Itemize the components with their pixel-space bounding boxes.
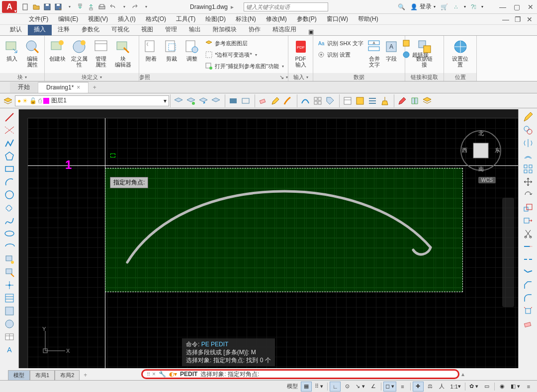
- status-model-button[interactable]: 模型: [285, 382, 300, 392]
- new-icon[interactable]: [21, 2, 30, 11]
- title-chevron-icon[interactable]: ▸: [231, 3, 234, 10]
- panel-title-import[interactable]: 输入: [288, 73, 313, 81]
- status-osnap-icon[interactable]: ◻ ▾: [383, 382, 396, 392]
- tab-default[interactable]: 默认: [4, 24, 28, 35]
- spline-tool-icon[interactable]: [2, 215, 17, 227]
- tab-addins[interactable]: 附加模块: [207, 24, 243, 35]
- pencil-icon[interactable]: [269, 95, 281, 107]
- help-icon[interactable]: ?⃝: [471, 3, 476, 10]
- status-hardware-icon[interactable]: ◉: [497, 382, 508, 392]
- status-polar-icon[interactable]: ⊙: [342, 382, 353, 392]
- status-ortho-icon[interactable]: ∟: [330, 382, 341, 392]
- circle-tool-icon[interactable]: [2, 189, 17, 201]
- insert-block-tool-icon[interactable]: [2, 253, 17, 265]
- search-icon[interactable]: 🔍: [398, 3, 405, 10]
- menu-dimension[interactable]: 标注(N): [231, 14, 261, 24]
- pencil-edit-icon[interactable]: [521, 111, 536, 123]
- tab-collab[interactable]: 协作: [243, 24, 267, 35]
- set-location-button[interactable]: 设置位置: [450, 37, 471, 68]
- layer-match-icon[interactable]: [210, 95, 222, 107]
- broom-icon[interactable]: [379, 95, 391, 107]
- menu-window[interactable]: 窗口(W): [322, 14, 353, 24]
- gradient-tool-icon[interactable]: [2, 305, 17, 317]
- block-editor-button[interactable]: 块 编辑器: [112, 37, 133, 68]
- close-tab-icon[interactable]: ×: [77, 84, 80, 91]
- layer-states-icon[interactable]: [173, 95, 184, 107]
- explode-tool-icon[interactable]: [521, 305, 536, 317]
- chamfer-tool-icon[interactable]: [521, 279, 536, 291]
- frames-option-button[interactable]: *边框可变选项*: [203, 49, 286, 60]
- underlay-layers-button[interactable]: 参考底图图层: [203, 38, 286, 49]
- make-block-tool-icon[interactable]: [2, 266, 17, 278]
- tab-insert[interactable]: 插入: [28, 24, 52, 35]
- tab-manage[interactable]: 管理: [159, 24, 183, 35]
- break-tool-icon[interactable]: [521, 253, 536, 265]
- snap-underlay-button[interactable]: 打开"捕捉到参考底图"功能: [203, 61, 286, 72]
- rotate-tool-icon[interactable]: [521, 189, 536, 201]
- layer-dropdown[interactable]: ● ☀ 🔓 ⎙ 图层1 ▾: [15, 95, 169, 106]
- menu-insert[interactable]: 插入(I): [113, 14, 140, 24]
- close-button[interactable]: ✕: [526, 2, 535, 11]
- stack-icon[interactable]: [421, 95, 433, 107]
- menu-edit[interactable]: 编辑(E): [53, 14, 83, 24]
- recognize-shx-button[interactable]: Aa识别 SHX 文字: [315, 38, 365, 49]
- list-icon[interactable]: [366, 95, 378, 107]
- tab-visualize[interactable]: 可视化: [105, 24, 135, 35]
- table-icon[interactable]: [342, 95, 354, 107]
- recognize-settings-button[interactable]: 识别 设置: [315, 49, 365, 60]
- status-autoscale-icon[interactable]: ⚖: [425, 382, 436, 392]
- navigation-bar[interactable]: [502, 198, 514, 307]
- undo-dropdown[interactable]: [119, 2, 128, 11]
- brush-icon[interactable]: [282, 95, 294, 107]
- revcloud-tool-icon[interactable]: [2, 202, 17, 214]
- plot-icon[interactable]: [97, 2, 106, 11]
- cmdline-expand-icon[interactable]: ▴: [461, 371, 464, 378]
- array-tool-icon[interactable]: [521, 163, 536, 175]
- ellipse-arc-tool-icon[interactable]: [2, 240, 17, 252]
- extend-tool-icon[interactable]: [521, 240, 536, 252]
- status-customize-icon[interactable]: ≡: [523, 382, 534, 392]
- rect-outline-icon[interactable]: [240, 95, 252, 107]
- drawing-canvas[interactable]: 1 指定对角点: Y X 北 南 东 西 WCS: [28, 118, 518, 368]
- status-annoscale-icon[interactable]: 人: [437, 382, 448, 392]
- status-grid-icon[interactable]: ▦: [301, 382, 312, 392]
- offset-tool-icon[interactable]: [521, 150, 536, 162]
- menu-file[interactable]: 文件(F): [24, 14, 53, 24]
- rectangle-tool-icon[interactable]: [2, 163, 17, 175]
- move-tool-icon[interactable]: [521, 176, 536, 188]
- erase-tool-icon[interactable]: [521, 318, 536, 330]
- web-save-icon[interactable]: [87, 2, 95, 11]
- layer-iso-icon[interactable]: [185, 95, 197, 107]
- manage-attributes-button[interactable]: 管理 属性: [90, 37, 111, 68]
- redo-dropdown[interactable]: [141, 2, 150, 11]
- web-open-icon[interactable]: [76, 2, 85, 11]
- wcs-badge[interactable]: WCS: [478, 177, 496, 183]
- layer-properties-icon[interactable]: [2, 95, 14, 107]
- undo-icon[interactable]: [108, 2, 117, 11]
- doc-close-button[interactable]: ✕: [525, 15, 534, 24]
- construction-line-icon[interactable]: [2, 124, 17, 136]
- redo-icon[interactable]: [130, 2, 139, 11]
- doc-restore-button[interactable]: ❐: [513, 15, 522, 24]
- menu-help[interactable]: 帮助(H): [353, 14, 383, 24]
- menu-param[interactable]: 参数(P): [292, 14, 322, 24]
- cmdline-recent-icon[interactable]: ◐▾: [169, 371, 177, 378]
- ellipse-tool-icon[interactable]: [2, 228, 17, 239]
- cmdline-customize-icon[interactable]: 🔧: [159, 371, 166, 378]
- status-isodraft-icon[interactable]: ↘ ▾: [354, 382, 366, 392]
- cmdline-grip-icon[interactable]: ⠿: [147, 372, 149, 377]
- pdf-import-button[interactable]: PDF PDF 输入: [290, 37, 311, 68]
- save-icon[interactable]: [43, 2, 52, 11]
- layout-tab-add[interactable]: +: [80, 371, 91, 380]
- trim-tool-icon[interactable]: [521, 228, 536, 239]
- field-button[interactable]: A 字段: [383, 37, 399, 62]
- ribbon-expand-icon[interactable]: ▣: [306, 28, 315, 35]
- tab-parametric[interactable]: 参数化: [76, 24, 105, 35]
- mirror-tool-icon[interactable]: [521, 137, 536, 149]
- saveas-icon[interactable]: [54, 2, 63, 11]
- copy-tool-icon[interactable]: [521, 124, 536, 136]
- tab-output[interactable]: 输出: [183, 24, 207, 35]
- table-style-icon[interactable]: [354, 95, 366, 107]
- open-icon[interactable]: [32, 2, 41, 11]
- edit-attributes-button[interactable]: 编辑 属性: [23, 37, 43, 68]
